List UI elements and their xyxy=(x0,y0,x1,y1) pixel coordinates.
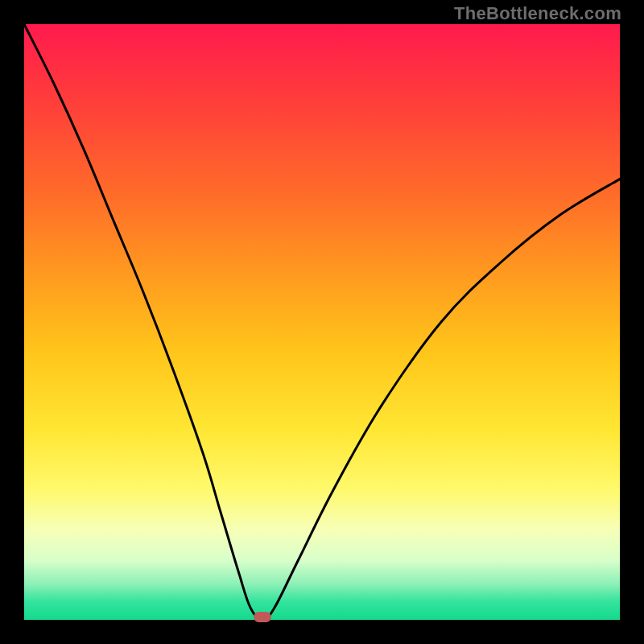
bottleneck-curve xyxy=(24,24,620,620)
chart-frame: TheBottleneck.com xyxy=(0,0,644,644)
plot-area xyxy=(24,24,620,620)
minimum-marker xyxy=(254,612,271,622)
watermark-text: TheBottleneck.com xyxy=(454,3,621,24)
